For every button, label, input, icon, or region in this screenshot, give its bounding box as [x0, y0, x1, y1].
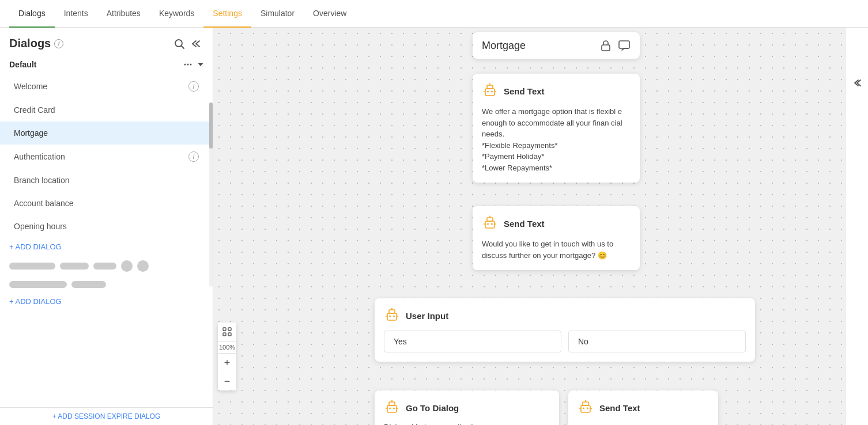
- send-text-card-3: Send Text It's Ok: [568, 390, 718, 425]
- scrollbar-track[interactable]: [209, 103, 213, 287]
- sidebar-item-branch-location[interactable]: Branch location: [0, 169, 213, 192]
- nav-attributes[interactable]: Attributes: [97, 0, 150, 28]
- svg-point-10: [489, 84, 490, 85]
- svg-point-28: [393, 316, 395, 317]
- user-input-title: User Input: [406, 311, 448, 321]
- send-text-card-1: Send Text We offer a mortgage option tha…: [473, 74, 640, 183]
- focus-button[interactable]: [218, 322, 236, 341]
- svg-point-3: [187, 64, 189, 66]
- blurred-section-2: [0, 276, 213, 293]
- svg-rect-47: [223, 328, 226, 331]
- sidebar-item-welcome[interactable]: Welcome i: [0, 74, 213, 98]
- svg-rect-50: [228, 333, 231, 336]
- collapse-left-icon[interactable]: [192, 38, 203, 50]
- main-layout: Dialogs i Def: [0, 28, 868, 425]
- section-default[interactable]: Default: [0, 55, 213, 74]
- zoom-in-button[interactable]: +: [218, 354, 236, 372]
- send-text-body-2: Would you like to get in touch with us t…: [482, 238, 631, 261]
- sidebar-item-authentication[interactable]: Authentication i: [0, 145, 213, 169]
- welcome-info-icon[interactable]: i: [188, 81, 199, 92]
- send-text-title-1: Send Text: [504, 86, 545, 96]
- chat-icon[interactable]: [618, 39, 631, 52]
- svg-rect-40: [583, 402, 588, 405]
- svg-point-27: [389, 316, 391, 317]
- svg-rect-15: [485, 221, 495, 228]
- zoom-out-button[interactable]: −: [218, 372, 236, 390]
- sidebar-item-opening-hours[interactable]: Opening hours: [0, 215, 213, 238]
- sidebar-item-credit-card[interactable]: Credit Card: [0, 98, 213, 122]
- svg-point-19: [487, 223, 489, 225]
- zoom-percent-label: 100%: [218, 341, 236, 354]
- send-text-title-3: Send Text: [599, 403, 640, 413]
- scrollbar-thumb[interactable]: [209, 103, 213, 149]
- robot-icon-go-to: [384, 400, 400, 416]
- right-collapse-button[interactable]: [848, 74, 866, 92]
- dialog-label: Dialog: Mortgage application: [384, 423, 550, 425]
- nav-settings[interactable]: Settings: [203, 0, 251, 28]
- svg-point-26: [391, 308, 393, 309]
- nav-keywords[interactable]: Keywords: [150, 0, 203, 28]
- svg-point-20: [491, 223, 493, 225]
- add-session-expire-button[interactable]: + ADD SESSION EXPIRE DIALOG: [0, 407, 213, 425]
- svg-point-36: [393, 408, 395, 409]
- svg-rect-48: [228, 328, 231, 331]
- svg-point-12: [491, 91, 493, 93]
- svg-rect-8: [487, 85, 493, 89]
- top-nav: Dialogs Intents Attributes Keywords Sett…: [0, 0, 868, 28]
- nav-simulator[interactable]: Simulator: [251, 0, 304, 28]
- zoom-controls: 100% + −: [218, 322, 236, 390]
- section-expand-icon[interactable]: [198, 63, 203, 66]
- svg-point-18: [489, 216, 490, 217]
- svg-point-43: [583, 408, 584, 409]
- sidebar: Dialogs i Def: [0, 28, 213, 425]
- svg-rect-49: [223, 333, 226, 336]
- search-icon[interactable]: [173, 38, 185, 50]
- authentication-info-icon[interactable]: i: [188, 151, 199, 162]
- sidebar-header: Dialogs i: [0, 28, 213, 55]
- add-dialog-button-2[interactable]: + ADD DIALOG: [0, 293, 213, 310]
- go-to-dialog-card: Go To Dialog Dialog: Mortgage applicatio…: [375, 390, 559, 425]
- nav-intents[interactable]: Intents: [55, 0, 97, 28]
- svg-point-11: [487, 91, 489, 93]
- svg-rect-24: [389, 310, 395, 313]
- send-text-body-3: It's Ok: [578, 423, 709, 425]
- svg-point-42: [585, 400, 586, 401]
- lock-icon[interactable]: [599, 39, 612, 52]
- svg-rect-39: [581, 405, 590, 412]
- robot-icon-1: [482, 83, 498, 99]
- add-dialog-button[interactable]: + ADD DIALOG: [0, 238, 213, 256]
- sidebar-list: Welcome i Credit Card Mortgage Authentic…: [0, 74, 213, 407]
- send-text-title-2: Send Text: [504, 219, 545, 229]
- option-no[interactable]: No: [568, 331, 746, 352]
- svg-point-2: [184, 64, 186, 66]
- nav-overview[interactable]: Overview: [304, 0, 356, 28]
- svg-rect-6: [619, 41, 629, 48]
- sidebar-item-mortgage[interactable]: Mortgage: [0, 122, 213, 145]
- dialogs-info-icon[interactable]: i: [54, 39, 63, 48]
- svg-point-4: [190, 64, 192, 66]
- canvas-content: Mortgage: [213, 28, 845, 425]
- right-panel: [845, 28, 868, 425]
- svg-line-1: [182, 45, 184, 48]
- user-input-card: User Input Yes No: [375, 298, 755, 362]
- robot-icon-2: [482, 215, 498, 232]
- mortgage-title: Mortgage: [482, 40, 526, 52]
- svg-point-34: [391, 400, 393, 401]
- svg-rect-5: [602, 45, 610, 51]
- sidebar-item-account-balance[interactable]: Account balance: [0, 192, 213, 215]
- svg-rect-32: [389, 402, 395, 405]
- bottom-cards: Go To Dialog Dialog: Mortgage applicatio…: [375, 390, 718, 425]
- nav-dialogs[interactable]: Dialogs: [9, 0, 55, 28]
- send-text-body-1: We offer a mortgage option that is flexi…: [482, 106, 631, 173]
- go-to-dialog-title: Go To Dialog: [406, 403, 459, 413]
- svg-point-35: [389, 408, 391, 409]
- mortgage-header-card: Mortgage: [473, 32, 640, 59]
- svg-point-44: [587, 408, 588, 409]
- canvas-area[interactable]: Mortgage: [213, 28, 845, 425]
- svg-rect-23: [387, 313, 397, 320]
- robot-icon-user-input: [384, 308, 400, 324]
- svg-rect-31: [387, 405, 397, 412]
- robot-icon-3: [578, 400, 594, 416]
- option-yes[interactable]: Yes: [384, 331, 561, 352]
- more-options-icon[interactable]: [183, 59, 193, 70]
